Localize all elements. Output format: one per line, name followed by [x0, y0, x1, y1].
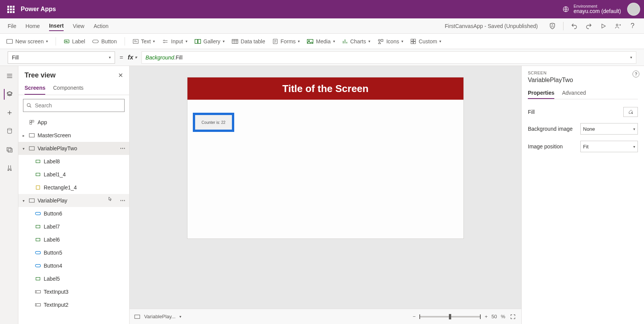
svg-rect-32 — [36, 225, 40, 228]
rail-tools-icon[interactable] — [4, 163, 15, 173]
fx-button[interactable]: fx ▾ — [128, 54, 136, 61]
more-icon[interactable]: ⋯ — [120, 145, 126, 151]
insert-media-button[interactable]: Media ▾ — [307, 38, 335, 44]
chevron-down-icon[interactable]: ▾ — [21, 146, 26, 151]
svg-rect-24 — [30, 123, 32, 125]
tree-node-label: VariablePlayTwo — [38, 145, 77, 151]
fill-color-swatch[interactable] — [623, 107, 638, 117]
insert-icons-button[interactable]: Icons ▾ — [377, 38, 403, 44]
new-screen-button[interactable]: New screen ▾ — [6, 38, 48, 44]
insert-custom-button[interactable]: Custom ▾ — [410, 38, 441, 44]
button-icon — [34, 249, 41, 256]
tree-node-variableplay[interactable]: ▾ VariablePlay ⋯ — [18, 194, 129, 207]
tree-node-label6[interactable]: Label6 — [18, 233, 129, 246]
tree-node-variableplaytwo[interactable]: ▾ VariablePlayTwo ⋯ — [18, 142, 129, 155]
zoom-slider[interactable] — [419, 316, 481, 317]
preview-icon[interactable] — [600, 22, 607, 30]
svg-rect-3 — [64, 40, 69, 43]
help-icon[interactable]: ? — [629, 22, 636, 30]
environment-picker[interactable]: Environment enayu.com (default) — [562, 4, 621, 14]
counter-label[interactable]: Counter is: 22 — [193, 113, 234, 132]
share-icon[interactable] — [614, 22, 622, 30]
tab-components[interactable]: Components — [53, 82, 83, 95]
svg-rect-23 — [32, 120, 34, 122]
svg-rect-34 — [35, 252, 40, 254]
imgpos-dropdown[interactable]: Fit ▾ — [580, 141, 638, 152]
chevron-down-icon[interactable]: ▾ — [630, 55, 632, 59]
menu-file[interactable]: File — [8, 23, 16, 29]
footer-screen-name[interactable]: VariablePlay... — [144, 314, 176, 319]
more-icon[interactable]: ⋯ — [120, 197, 126, 204]
menu-home[interactable]: Home — [26, 23, 40, 29]
prop-imgpos-label: Image position — [528, 143, 563, 150]
svg-rect-20 — [8, 149, 12, 152]
tree-node-textinput2[interactable]: TextInput2 — [18, 298, 129, 311]
fit-screen-icon[interactable] — [509, 313, 517, 321]
insert-button-button[interactable]: Button — [92, 38, 117, 44]
tab-screens[interactable]: Screens — [25, 82, 45, 95]
rail-hamburger-icon[interactable] — [4, 71, 15, 81]
user-avatar[interactable] — [627, 3, 640, 16]
property-name: Fill — [12, 54, 19, 61]
zoom-minus[interactable]: − — [413, 314, 416, 319]
insert-input-button[interactable]: Input ▾ — [162, 38, 187, 44]
tab-properties[interactable]: Properties — [528, 87, 554, 99]
redo-icon[interactable] — [585, 22, 593, 30]
insert-label-button[interactable]: Label — [64, 38, 85, 44]
tree-node-label1-4[interactable]: Label1_4 — [18, 168, 129, 181]
rail-insert-icon[interactable] — [4, 107, 15, 118]
tree-node-button4[interactable]: Button4 — [18, 259, 129, 272]
help-icon[interactable]: ? — [632, 71, 639, 77]
tree-node-textinput3[interactable]: TextInput3 — [18, 285, 129, 298]
svg-rect-25 — [29, 133, 34, 137]
canvas-viewport[interactable]: Title of the Screen Counter is: 22 — [130, 66, 521, 309]
svg-rect-22 — [30, 120, 32, 122]
app-launcher-icon[interactable] — [4, 2, 18, 16]
tree-node-button6[interactable]: Button6 — [18, 207, 129, 220]
menu-view[interactable]: View — [73, 23, 84, 29]
zoom-plus[interactable]: + — [485, 314, 488, 319]
tree-list[interactable]: App ▸ MasterScreen ▾ VariablePlayTwo ⋯ L… — [18, 116, 129, 324]
label-icon — [34, 223, 41, 230]
tab-advanced[interactable]: Advanced — [562, 87, 586, 99]
tree-node-label: Label8 — [44, 158, 60, 164]
tree-search-input[interactable] — [35, 102, 121, 109]
formula-input[interactable]: Background.Fill ▾ — [141, 51, 636, 64]
menu-action[interactable]: Action — [94, 23, 108, 29]
svg-rect-35 — [35, 265, 40, 267]
tree-node-label8[interactable]: Label8 — [18, 155, 129, 168]
chevron-down-icon[interactable]: ▾ — [179, 314, 181, 319]
tree-search-box[interactable] — [23, 99, 125, 112]
insert-charts-button[interactable]: Charts ▾ — [342, 38, 370, 44]
rail-data-icon[interactable] — [4, 126, 15, 137]
tree-node-rectangle1-4[interactable]: Rectangle1_4 — [18, 181, 129, 194]
app-checker-icon[interactable] — [549, 22, 556, 30]
insert-datatable-button[interactable]: Data table — [232, 38, 265, 44]
tree-node-label7[interactable]: Label7 — [18, 220, 129, 233]
screen-preview[interactable]: Title of the Screen Counter is: 22 — [187, 77, 463, 238]
chevron-down-icon: ▾ — [223, 39, 225, 43]
screen-title-banner[interactable]: Title of the Screen — [187, 77, 463, 100]
property-dropdown[interactable]: Fill ▾ — [8, 51, 115, 64]
tree-node-label5[interactable]: Label5 — [18, 272, 129, 285]
close-icon[interactable]: ✕ — [118, 72, 123, 79]
menu-insert[interactable]: Insert — [49, 23, 64, 31]
bgimage-dropdown[interactable]: None ▾ — [580, 123, 638, 135]
equals-label: = — [120, 54, 123, 61]
brand-label: Power Apps — [21, 6, 56, 13]
svg-rect-6 — [195, 39, 197, 43]
rail-media-icon[interactable] — [4, 144, 15, 155]
prop-fill-label: Fill — [528, 109, 535, 115]
tree-node-app[interactable]: App — [18, 116, 129, 129]
svg-point-1 — [616, 24, 618, 26]
insert-forms-button[interactable]: Forms ▾ — [272, 38, 300, 44]
rail-tree-view-icon[interactable] — [4, 89, 15, 100]
svg-rect-39 — [135, 315, 140, 318]
insert-gallery-button[interactable]: Gallery ▾ — [194, 38, 225, 44]
undo-icon[interactable] — [570, 22, 578, 30]
chevron-down-icon[interactable]: ▾ — [21, 199, 26, 203]
insert-text-button[interactable]: Text ▾ — [133, 38, 155, 44]
chevron-right-icon[interactable]: ▸ — [21, 133, 26, 138]
tree-node-masterscreen[interactable]: ▸ MasterScreen — [18, 129, 129, 142]
tree-node-button5[interactable]: Button5 — [18, 246, 129, 259]
